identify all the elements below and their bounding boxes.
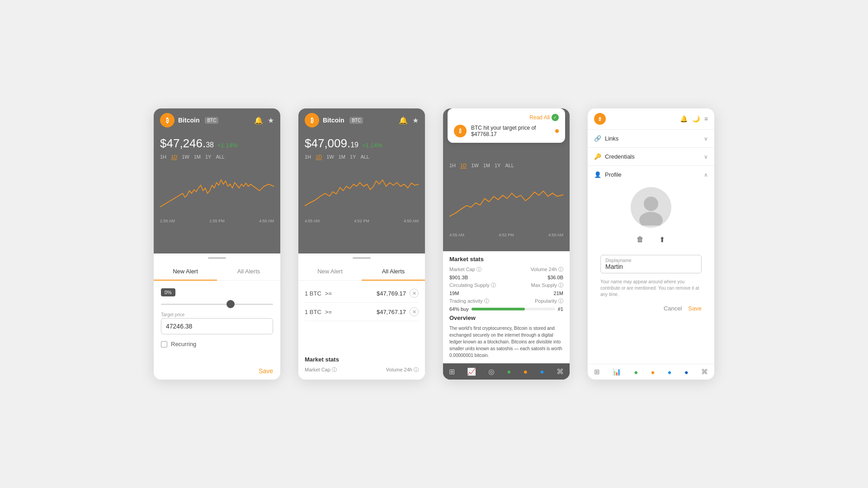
save-button-profile[interactable]: Save [688, 305, 702, 312]
tab-1w[interactable]: 1W [182, 154, 189, 160]
tab3-1d[interactable]: 1D [460, 163, 467, 169]
nav-chart-icon[interactable]: 📈 [467, 367, 476, 376]
percentage-badge: 0% [161, 288, 175, 296]
tab-1y[interactable]: 1Y [205, 154, 211, 160]
menu-icon-4[interactable]: ≡ [704, 115, 708, 122]
nav-darkblue-icon-4[interactable]: ● [684, 368, 689, 376]
star-icon[interactable]: ★ [268, 116, 274, 125]
avatar [631, 187, 671, 228]
p4-header: ₿ 🔔 🌙 ≡ [588, 108, 714, 130]
drag-handle[interactable] [208, 257, 226, 259]
profile-title: Profile [605, 171, 622, 178]
tab2-new-alert[interactable]: New Alert [298, 263, 362, 280]
tab-all[interactable]: ALL [216, 154, 225, 160]
target-price-input[interactable] [166, 323, 268, 330]
coin-name: Bitcoin [178, 117, 199, 124]
nav-grid-icon-4[interactable]: ⊞ [594, 368, 600, 376]
tab2-1m[interactable]: 1M [339, 154, 345, 160]
credentials-section-header[interactable]: 🔑 Credentials ∨ [594, 153, 708, 160]
nav-green-icon-4[interactable]: ● [634, 368, 638, 376]
star-icon-2[interactable]: ★ [412, 116, 419, 125]
target-input-wrap [161, 318, 273, 334]
tab2-1y[interactable]: 1Y [350, 154, 356, 160]
price-main-2: $47,009.19 [305, 136, 359, 150]
chart-area: $47,246.38 +1.14% 1H 1D 1W 1M 1Y ALL 1:5… [154, 132, 280, 253]
overview-title: Overview [449, 314, 563, 321]
tab3-1h[interactable]: 1H [449, 163, 456, 169]
volume-val: $36.0B [547, 275, 563, 280]
tab3-1m[interactable]: 1M [483, 163, 490, 169]
remove-alert-2[interactable]: ✕ [410, 307, 419, 316]
remove-alert-1[interactable]: ✕ [410, 289, 419, 298]
profile-chevron: ∧ [704, 172, 708, 178]
upload-avatar-btn[interactable]: ⬆ [655, 232, 669, 247]
delete-avatar-btn[interactable]: 🗑 [633, 232, 647, 247]
tab2-all[interactable]: ALL [360, 154, 369, 160]
coin-name-2: Bitcoin [323, 117, 344, 124]
nav-circle-icon[interactable]: ◎ [488, 367, 495, 376]
volume-label-3: Volume 24h ⓘ [531, 266, 563, 273]
alert-qty-2: 1 BTC [305, 309, 321, 315]
drag-handle-2[interactable] [353, 257, 371, 259]
nav-coin2-icon[interactable]: ● [523, 368, 528, 376]
nav-coin3-icon[interactable]: ● [540, 368, 544, 376]
price-change: +1.14% [217, 142, 237, 149]
alert-qty-1: 1 BTC [305, 290, 321, 297]
tab2-all-alerts[interactable]: All Alerts [362, 263, 425, 280]
slider-container[interactable] [161, 304, 273, 305]
nav-cmd-icon[interactable]: ⌘ [557, 367, 564, 376]
profile-actions: Cancel Save [594, 301, 708, 314]
tab-1h[interactable]: 1H [160, 154, 166, 160]
moon-icon-4[interactable]: 🌙 [692, 115, 700, 122]
market-stats-2: Market stats Market Cap ⓘ Volume 24h ⓘ [298, 352, 425, 380]
trading-val: 64% buy [449, 306, 469, 312]
bell-icon-4[interactable]: 🔔 [680, 115, 688, 122]
bell-icon[interactable]: 🔔 [254, 116, 263, 125]
nav-cmd-icon-4[interactable]: ⌘ [701, 368, 708, 376]
slider-thumb[interactable] [226, 300, 235, 308]
tab3-1w[interactable]: 1W [471, 163, 479, 169]
nav-orange-icon-4[interactable]: ● [651, 368, 655, 376]
displayname-label: Displayname [605, 258, 697, 263]
alert-op-2: >= [325, 309, 332, 315]
bitcoin-icon: ₿ [160, 113, 175, 127]
phone3-market: Market stats Market Cap ⓘ Volume 24h ⓘ $… [443, 251, 570, 363]
credentials-title: Credentials [605, 153, 635, 160]
alert-price-1: $47,769.17 [377, 290, 406, 297]
read-all-btn[interactable]: Read All [529, 114, 550, 121]
alert-section: New Alert All Alerts 0% Target price Rec… [154, 263, 280, 380]
nav-blue-icon-4[interactable]: ● [668, 368, 672, 376]
tab-1d[interactable]: 1D [171, 154, 177, 160]
tab2-1w[interactable]: 1W [326, 154, 334, 160]
credentials-chevron: ∨ [704, 154, 708, 160]
phone3-bg: 1H 1D 1W 1M 1Y ALL 4:55 AM 4:52 PM 4:50 … [443, 108, 570, 380]
slider-track [161, 304, 273, 305]
tab2-1h[interactable]: 1H [305, 154, 311, 160]
help-text: Your name may appear around where you co… [594, 277, 708, 301]
recurring-label: Recurring [171, 341, 196, 347]
tab3-all[interactable]: ALL [505, 163, 514, 169]
profile-section-header[interactable]: 👤 Profile ∧ [594, 171, 708, 178]
tab3-1y[interactable]: 1Y [495, 163, 500, 169]
links-section-header[interactable]: 🔗 Links ∨ [594, 135, 708, 142]
bell-icon-2[interactable]: 🔔 [399, 116, 408, 125]
tab-1m[interactable]: 1M [194, 154, 201, 160]
nav-coin1-icon[interactable]: ● [507, 368, 511, 376]
alert-row-1: 1 BTC >= $47,769.17 ✕ [305, 284, 419, 303]
tab-all-alerts[interactable]: All Alerts [217, 263, 280, 280]
time-tabs-3: 1H 1D 1W 1M 1Y ALL [449, 163, 563, 169]
notif-body: ₿ BTC hit your target price of $47768.17 [454, 125, 559, 137]
tab2-1d[interactable]: 1D [316, 154, 322, 160]
displayname-value[interactable]: Martin [605, 263, 697, 270]
recurring-checkbox[interactable] [161, 341, 167, 347]
alert-price-2: $47,767.17 [377, 309, 406, 315]
time-tabs: 1H 1D 1W 1M 1Y ALL [160, 154, 274, 160]
save-button[interactable]: Save [259, 367, 273, 375]
cancel-button[interactable]: Cancel [664, 305, 682, 312]
link-icon: 🔗 [594, 135, 601, 142]
nav-grid-icon[interactable]: ⊞ [449, 367, 455, 376]
nav-chart-icon-4[interactable]: 📊 [613, 368, 621, 376]
tab-new-alert[interactable]: New Alert [154, 263, 217, 280]
target-label: Target price [161, 312, 273, 317]
market-cap-val: $901.3B [449, 275, 468, 280]
